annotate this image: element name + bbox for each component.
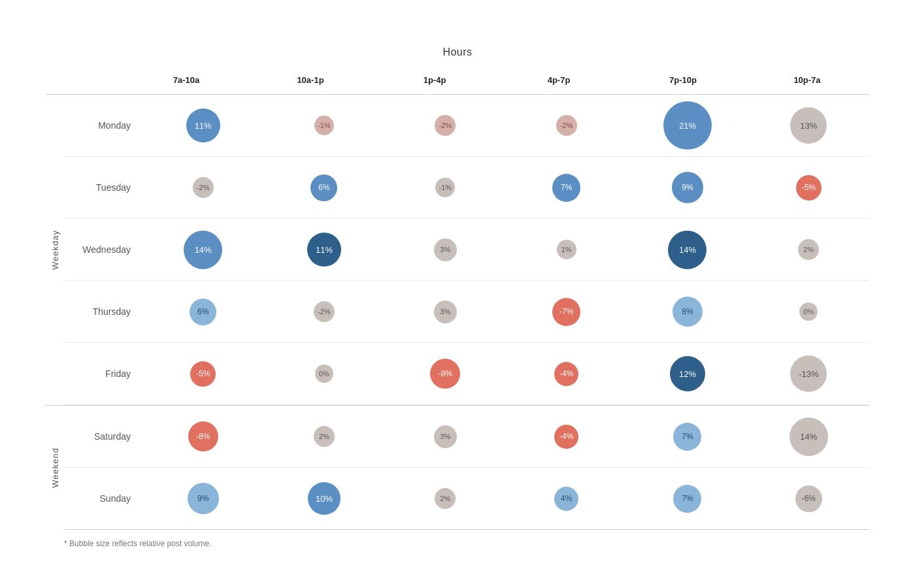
col-header-4p-7p: 4p-7p [497, 71, 621, 89]
chart-container: Hours 7a-10a10a-1p1p-4p4p-7p7p-10p10p-7a… [20, 27, 895, 561]
cell-friday-4: 12% [627, 351, 748, 397]
bubble-monday-1: -1% [314, 116, 334, 135]
bubble-friday-1: 0% [315, 365, 333, 383]
weekend-rows: Saturday-8%2%3%-4%7%14%Sunday9%10%2%4%7%… [64, 406, 869, 530]
bubble-saturday-5: 14% [790, 417, 828, 456]
cell-tuesday-5: -5% [748, 170, 869, 206]
cell-tuesday-0: -2% [142, 172, 263, 203]
col-header-1p-4p: 1p-4p [373, 71, 497, 89]
bubble-monday-3: -2% [556, 115, 577, 136]
bubble-monday-5: 13% [790, 107, 827, 144]
row-tuesday: Tuesday-2%6%-1%7%9%-5% [64, 157, 869, 219]
chart-title: Hours [46, 46, 869, 58]
bubble-wednesday-5: 2% [798, 239, 819, 260]
label-monday: Monday [64, 120, 142, 131]
label-friday: Friday [64, 368, 142, 379]
bubble-thursday-3: -7% [552, 298, 580, 326]
weekday-section: Weekday Monday11%-1%-2%-2%21%13%Tuesday-… [46, 95, 869, 406]
bubble-friday-5: -13% [790, 355, 827, 392]
col-header-10a-1p: 10a-1p [248, 71, 373, 89]
bubble-wednesday-0: 14% [184, 231, 222, 269]
cell-friday-2: -8% [385, 353, 506, 394]
bubble-tuesday-2: -1% [435, 178, 455, 197]
bubble-sunday-4: 7% [673, 485, 701, 513]
bubble-monday-0: 11% [186, 108, 220, 142]
cell-thursday-0: 6% [142, 293, 263, 331]
cell-monday-5: 13% [748, 102, 869, 149]
weekday-rows: Monday11%-1%-2%-2%21%13%Tuesday-2%6%-1%7… [64, 95, 869, 405]
bubble-wednesday-2: 3% [434, 238, 457, 261]
footnote: * Bubble size reflects relative post vol… [46, 539, 869, 548]
label-saturday: Saturday [64, 431, 142, 442]
cell-thursday-2: 3% [385, 295, 506, 329]
label-wednesday: Wednesday [64, 244, 142, 255]
weekend-section: Weekend Saturday-8%2%3%-4%7%14%Sunday9%1… [46, 406, 869, 530]
cell-wednesday-4: 14% [627, 225, 748, 274]
bubble-saturday-1: 2% [314, 426, 335, 447]
cell-saturday-3: -4% [506, 419, 627, 454]
label-thursday: Thursday [64, 306, 142, 317]
cell-wednesday-1: 11% [263, 227, 384, 272]
cell-saturday-5: 14% [748, 412, 869, 461]
cell-tuesday-3: 7% [506, 169, 627, 207]
weekend-label-col: Weekend [46, 406, 64, 530]
bubble-thursday-4: 8% [673, 297, 703, 327]
cell-monday-3: -2% [506, 110, 627, 141]
grid-area: 7a-10a10a-1p1p-4p4p-7p7p-10p10p-7a Weekd… [46, 71, 869, 530]
bubble-thursday-0: 6% [190, 299, 216, 325]
cell-sunday-3: 4% [506, 482, 627, 516]
cell-sunday-5: -6% [748, 480, 869, 517]
bubble-wednesday-4: 14% [668, 231, 707, 269]
bubble-sunday-5: -6% [795, 485, 822, 512]
cell-tuesday-2: -1% [385, 172, 506, 203]
cell-monday-1: -1% [263, 110, 384, 140]
bubble-tuesday-1: 6% [310, 174, 337, 201]
header-empty-cell [46, 71, 124, 89]
bubble-monday-2: -2% [435, 115, 456, 136]
col-header-7a-10a: 7a-10a [124, 71, 248, 89]
cell-monday-0: 11% [142, 103, 263, 148]
cell-monday-2: -2% [385, 110, 506, 141]
bubble-monday-4: 21% [663, 101, 712, 150]
cell-thursday-5: 0% [748, 297, 869, 326]
cell-wednesday-5: 2% [748, 234, 869, 265]
cell-sunday-0: 9% [142, 478, 263, 519]
col-header-10p-7a: 10p-7a [745, 71, 869, 89]
bubble-saturday-2: 3% [434, 425, 457, 448]
bubble-friday-2: -8% [430, 359, 460, 389]
cell-friday-0: -5% [142, 356, 263, 392]
cell-saturday-2: 3% [385, 420, 506, 453]
bubble-sunday-3: 4% [554, 487, 578, 511]
cell-wednesday-3: 1% [506, 235, 627, 265]
weekend-label: Weekend [50, 448, 60, 488]
cell-friday-5: -13% [748, 350, 869, 397]
bubble-tuesday-0: -2% [193, 177, 214, 198]
bubble-wednesday-3: 1% [557, 240, 576, 259]
bubble-thursday-2: 3% [434, 301, 457, 323]
cell-sunday-4: 7% [627, 480, 748, 518]
cell-thursday-1: -2% [263, 296, 384, 327]
label-tuesday: Tuesday [64, 182, 142, 193]
cell-saturday-1: 2% [263, 421, 384, 452]
row-friday: Friday-5%0%-8%-4%12%-13% [64, 343, 869, 405]
bubble-sunday-2: 2% [435, 488, 456, 509]
bubble-tuesday-3: 7% [552, 174, 580, 202]
weekday-label: Weekday [50, 230, 60, 270]
label-sunday: Sunday [64, 493, 142, 504]
column-headers: 7a-10a10a-1p1p-4p4p-7p7p-10p10p-7a [46, 71, 869, 95]
cell-saturday-4: 7% [627, 417, 748, 456]
cell-sunday-1: 10% [263, 477, 384, 520]
cell-wednesday-0: 14% [142, 225, 263, 274]
cell-sunday-2: 2% [385, 483, 506, 514]
row-thursday: Thursday6%-2%3%-7%8%0% [64, 281, 869, 343]
bubble-saturday-4: 7% [673, 423, 701, 451]
bubble-friday-3: -4% [554, 362, 578, 386]
bubble-friday-0: -5% [190, 361, 216, 387]
bubble-thursday-5: 0% [799, 302, 818, 321]
row-wednesday: Wednesday14%11%3%1%14%2% [64, 219, 869, 281]
bubble-saturday-0: -8% [188, 421, 218, 451]
bubble-sunday-0: 9% [188, 483, 219, 514]
weekday-label-col: Weekday [46, 95, 64, 405]
cell-tuesday-1: 6% [263, 169, 384, 206]
cell-friday-1: 0% [263, 359, 384, 388]
